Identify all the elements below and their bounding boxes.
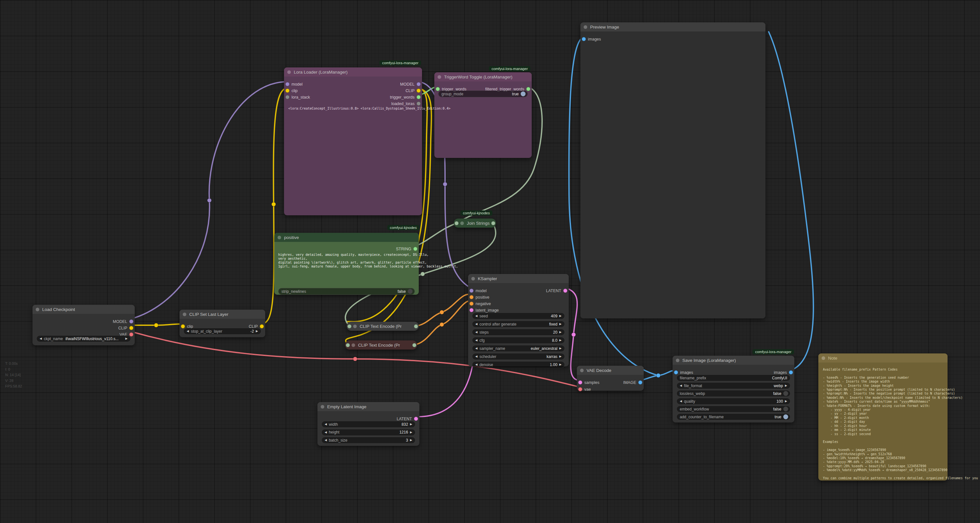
latent_image-input-port[interactable] [469,308,474,312]
decrement-arrow-icon[interactable]: ◀ [187,330,189,333]
widget-batch-size[interactable]: ◀batch_size3▶ [321,437,415,444]
comfyui-canvas[interactable]: { "badges": { "lora_manager": "comfyui-l… [0,0,980,523]
increment-arrow-icon[interactable]: ▶ [559,331,562,334]
collapse-dot[interactable] [584,25,587,29]
node-empty-latent-image[interactable]: Empty Latent ImageLATENT◀width832▶◀heigh… [317,402,419,446]
widget-embed-workflow[interactable]: embed_workflowfalse [676,406,791,412]
node-note[interactable]: NoteAvailable filename_prefix Pattern Co… [818,353,948,480]
node-clip-set-last-layer[interactable]: CLIP Set Last LayerclipCLIP◀stop_at_clip… [180,310,265,337]
reroute-dot[interactable] [440,323,444,327]
widget-width[interactable]: ◀width832▶ [321,421,415,428]
clip-input-port[interactable] [285,89,290,93]
widget-height[interactable]: ◀height1216▶ [321,429,415,436]
collapse-dot[interactable] [471,277,475,281]
widget-add-counter-to-filename[interactable]: add_counter_to_filenametrue [676,414,791,420]
widget-denoise[interactable]: ◀denoise1.00▶ [472,361,565,368]
node-ksampler[interactable]: KSamplermodelLATENTpositivenegativelaten… [468,274,569,366]
widget-ckpt-name[interactable]: ◀ckpt_nameil\waiNSFWIllustrious_v110.s..… [37,335,131,342]
widget-seed[interactable]: ◀seed409▶ [472,312,565,319]
IMAGE-output-port[interactable] [638,380,643,385]
widget-control-after-generate[interactable]: ◀control after generatefixed▶ [472,321,565,328]
reroute-dot[interactable] [656,374,660,378]
widget-file-format[interactable]: ◀file_formatwebp▶ [676,382,791,389]
decrement-arrow-icon[interactable]: ◀ [40,337,42,340]
decrement-arrow-icon[interactable]: ◀ [475,331,477,334]
reroute-dot[interactable] [353,357,357,361]
samples-input-port[interactable] [578,380,582,385]
collapse-dot[interactable] [183,312,186,316]
toggle-knob[interactable] [783,414,788,419]
decrement-arrow-icon[interactable]: ◀ [680,384,682,387]
collapse-dot[interactable] [353,325,357,328]
node-preview-image[interactable]: Preview Imageimages [581,22,765,319]
increment-arrow-icon[interactable]: ▶ [410,423,412,426]
increment-arrow-icon[interactable]: ▶ [125,337,127,340]
reroute-dot[interactable] [272,202,276,206]
images-output-port[interactable] [789,370,793,374]
node-join-strings[interactable]: Join Strings [454,219,496,228]
loaded_loras-output-port[interactable] [417,101,421,106]
decrement-arrow-icon[interactable]: ◀ [325,423,327,426]
node-save-image[interactable]: Save Image (LoraManager)imagesimagesfile… [673,356,794,423]
toggle-knob[interactable] [408,289,412,294]
widget-group-mode[interactable]: group_modetrue [438,90,528,97]
decrement-arrow-icon[interactable]: ◀ [475,355,477,358]
node-text[interactable]: Available filename_prefix Pattern Codes … [823,368,978,480]
collapse-dot[interactable] [321,405,324,409]
decrement-arrow-icon[interactable]: ◀ [475,339,477,342]
toggle-knob[interactable] [783,391,788,396]
lora_stack-input-port[interactable] [285,95,290,99]
node-load-checkpoint[interactable]: Load CheckpointMODELCLIPVAE◀ckpt_nameil\… [32,305,135,345]
trigger_words-output-port[interactable] [417,95,421,99]
model-input-port[interactable] [285,82,290,86]
decrement-arrow-icon[interactable]: ◀ [475,363,477,366]
collapse-dot[interactable] [352,343,355,347]
collapse-dot[interactable] [580,369,584,372]
CLIP-output-port[interactable] [417,89,421,93]
collapsed-input-port[interactable] [455,221,459,225]
node-clip-text-encode-neg[interactable]: CLIP Text Encode (Pr [345,341,417,350]
decrement-arrow-icon[interactable]: ◀ [475,314,477,317]
widget-scheduler[interactable]: ◀schedulerkarras▶ [472,353,565,360]
collapse-dot[interactable] [822,357,825,360]
node-clip-text-encode-pos[interactable]: CLIP Text Encode (Pr [347,322,419,331]
increment-arrow-icon[interactable]: ▶ [559,339,562,342]
widget-sampler-name[interactable]: ◀sampler_nameeuler_ancestral▶ [472,345,565,352]
MODEL-output-port[interactable] [129,319,134,323]
increment-arrow-icon[interactable]: ▶ [559,314,562,317]
widget-lossless-webp[interactable]: lossless_webpfalse [676,390,791,397]
increment-arrow-icon[interactable]: ▶ [559,323,562,325]
CLIP-output-port[interactable] [129,326,134,330]
widget-steps[interactable]: ◀steps20▶ [472,329,565,336]
collapse-dot[interactable] [287,70,291,74]
model-input-port[interactable] [469,288,474,293]
filtered_trigger_words-output-port[interactable] [526,87,530,91]
LATENT-output-port[interactable] [414,417,418,421]
reroute-dot[interactable] [207,198,212,203]
increment-arrow-icon[interactable]: ▶ [559,355,562,358]
decrement-arrow-icon[interactable]: ◀ [475,323,477,325]
decrement-arrow-icon[interactable]: ◀ [325,431,327,434]
node-text[interactable]: highres, very detailed, amazing quality,… [278,253,458,268]
MODEL-output-port[interactable] [417,82,421,86]
collapse-dot[interactable] [278,236,281,239]
VAE-output-port[interactable] [129,332,134,336]
widget-filename-prefix[interactable]: filename_prefixComfyUI [676,374,791,381]
vae-input-port[interactable] [578,387,582,391]
increment-arrow-icon[interactable]: ▶ [785,400,787,403]
images-input-port[interactable] [582,37,586,41]
CLIP-output-port[interactable] [260,324,264,328]
reroute-dot[interactable] [572,333,576,337]
decrement-arrow-icon[interactable]: ◀ [325,439,327,442]
toggle-knob[interactable] [521,92,525,96]
collapse-dot[interactable] [36,308,39,311]
collapsed-output-port[interactable] [414,324,418,328]
node-trigger-word-toggle[interactable]: TriggerWord Toggle (LoraManager)trigger_… [434,72,532,158]
collapse-dot[interactable] [460,222,464,225]
trigger_words-input-port[interactable] [436,87,440,91]
decrement-arrow-icon[interactable]: ◀ [475,347,477,350]
reroute-dot[interactable] [154,323,158,328]
increment-arrow-icon[interactable]: ▶ [559,347,562,350]
reroute-dot[interactable] [421,272,425,276]
reroute-dot[interactable] [443,182,447,187]
